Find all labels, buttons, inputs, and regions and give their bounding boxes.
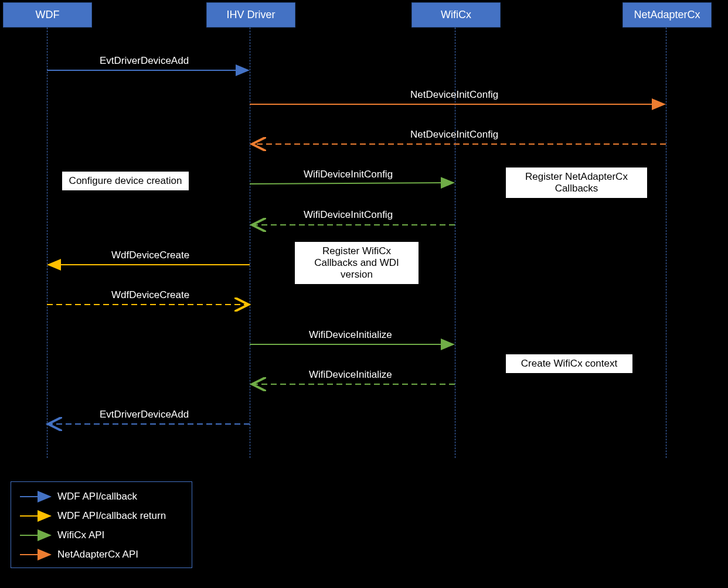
lifeline-netadapter-label: NetAdapterCx xyxy=(634,9,700,20)
label-evtdriverdeviceadd-return: EvtDriverDeviceAdd xyxy=(100,409,189,421)
note-configure-device: Configure device creation xyxy=(62,171,189,191)
lifeline-wdf: WDF xyxy=(3,2,92,28)
legend-wdf: WDF API/callback xyxy=(57,491,137,502)
legend-wificx: WifiCx API xyxy=(57,529,104,541)
svg-line-3 xyxy=(250,183,454,184)
note-create-wificx: Create WifiCx context xyxy=(505,354,633,374)
lifeline-ihv: IHV Driver xyxy=(206,2,295,28)
lifeline-ihv-label: IHV Driver xyxy=(226,9,275,20)
label-wifideviceinitialize-return: WifiDeviceInitialize xyxy=(309,369,392,381)
lifeline-wificx-label: WifiCx xyxy=(441,9,471,20)
lifeline-wificx: WifiCx xyxy=(411,2,501,28)
label-wifideviceinitialize: WifiDeviceInitialize xyxy=(309,329,392,341)
note-register-netadapter: Register NetAdapterCx Callbacks xyxy=(505,167,648,199)
lifeline-line-wdf xyxy=(47,28,47,458)
label-netdeviceinitconfig: NetDeviceInitConfig xyxy=(410,89,498,101)
label-evtdriverdeviceadd: EvtDriverDeviceAdd xyxy=(100,55,189,67)
label-netdeviceinitconfig-return: NetDeviceInitConfig xyxy=(410,129,498,141)
note-register-wificx: Register WifiCx Callbacks and WDI versio… xyxy=(294,241,419,285)
lifeline-line-ihv xyxy=(250,28,250,458)
label-wifideviceinitconfig-return: WifiDeviceInitConfig xyxy=(304,209,393,221)
label-wdfdevicecreate-return: WdfDeviceCreate xyxy=(111,289,189,301)
legend-netadapter: NetAdapterCx API xyxy=(57,549,138,560)
lifeline-wdf-label: WDF xyxy=(36,9,60,20)
legend-wdf-return: WDF API/callback return xyxy=(57,510,166,522)
label-wdfdevicecreate: WdfDeviceCreate xyxy=(111,249,189,261)
lifeline-line-netadapter xyxy=(666,28,666,458)
lifeline-netadapter: NetAdapterCx xyxy=(622,2,712,28)
label-wifideviceinitconfig: WifiDeviceInitConfig xyxy=(304,169,393,180)
